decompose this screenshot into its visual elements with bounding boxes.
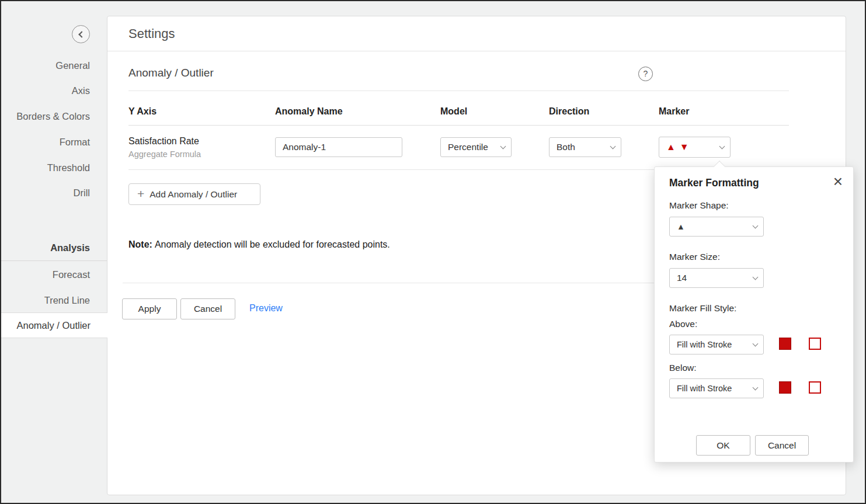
sidebar-section-analysis: Analysis [50,241,90,255]
marker-select[interactable]: ▲ ▼ [659,137,731,158]
chevron-down-icon [753,223,759,228]
chevron-down-icon [500,143,506,149]
model-select[interactable]: Percentile [440,137,512,157]
anomaly-name-input[interactable] [275,137,402,157]
below-fill-color-swatch[interactable] [779,381,791,394]
add-anomaly-label: Add Anomaly / Outlier [149,189,237,200]
add-anomaly-button[interactable]: + Add Anomaly / Outlier [128,183,260,205]
help-icon[interactable]: ? [638,67,653,81]
chevron-down-icon [753,384,759,390]
y-axis-value: Satisfaction Rate [128,136,199,147]
above-label: Above: [669,319,697,329]
popover-title: Marker Formatting [669,177,759,189]
back-button[interactable] [72,25,90,43]
sidebar-item-anomaly-outlier[interactable]: Anomaly / Outlier [1,312,107,338]
sidebar-divider [1,260,107,261]
preview-link[interactable]: Preview [249,303,283,314]
note-label: Note: [128,239,152,249]
chevron-left-icon [78,31,85,37]
fill-style-below-select[interactable]: Fill with Stroke [669,378,764,398]
marker-down-triangle-icon: ▼ [680,142,689,152]
settings-sidebar: General Axis Borders & Colors Format Thr… [1,1,107,503]
close-icon[interactable]: × [833,172,843,192]
below-label: Below: [669,363,697,373]
fill-style-above-select[interactable]: Fill with Stroke [669,335,764,354]
below-stroke-color-swatch[interactable] [809,381,821,394]
marker-shape-select[interactable]: ▲ [669,217,764,237]
direction-select-value: Both [557,142,575,152]
popover-cancel-button[interactable]: Cancel [755,435,809,456]
panel-header: Settings [107,16,846,51]
chevron-down-icon [610,143,616,149]
sidebar-item-threshold[interactable]: Threshold [47,161,90,175]
note-text: Note:Anomaly detection will be excluded … [128,239,390,250]
column-header-marker: Marker [659,106,689,117]
sidebar-item-forecast[interactable]: Forecast [53,267,90,281]
marker-fill-style-label: Marker Fill Style: [669,303,736,314]
sidebar-item-borders-colors[interactable]: Borders & Colors [16,109,90,123]
chevron-down-icon [753,274,759,280]
divider [128,91,789,91]
sidebar-item-format[interactable]: Format [60,135,90,149]
sidebar-item-general[interactable]: General [55,58,90,72]
chevron-down-icon [753,340,759,346]
column-header-anomaly-name: Anomaly Name [275,106,343,117]
settings-screen: General Axis Borders & Colors Format Thr… [0,0,866,504]
above-stroke-color-swatch[interactable] [809,338,821,350]
marker-up-triangle-icon: ▲ [666,142,676,152]
y-axis-subtitle: Aggregate Formula [128,150,201,159]
shape-triangle-icon: ▲ [677,223,685,231]
plus-icon: + [137,187,144,200]
marker-shape-label: Marker Shape: [669,200,729,211]
cancel-button[interactable]: Cancel [180,298,235,319]
marker-select-value: ▲ ▼ [666,142,689,152]
sidebar-item-drill[interactable]: Drill [74,186,90,200]
note-body: Anomaly detection will be excluded for f… [155,239,390,249]
marker-formatting-popover: Marker Formatting × Marker Shape: ▲ Mark… [654,166,854,463]
model-select-value: Percentile [448,142,488,152]
popover-ok-button[interactable]: OK [696,435,750,456]
page-title: Settings [128,26,175,41]
chevron-down-icon [719,143,725,149]
column-header-model: Model [440,106,467,117]
divider [128,125,789,126]
section-title: Anomaly / Outlier [128,67,214,79]
sidebar-item-label: Anomaly / Outlier [16,320,91,331]
sidebar-item-axis[interactable]: Axis [72,84,90,98]
direction-select[interactable]: Both [549,137,621,157]
fill-style-below-value: Fill with Stroke [677,384,732,393]
marker-size-select[interactable]: 14 [669,268,764,288]
above-fill-color-swatch[interactable] [779,338,791,350]
fill-style-above-value: Fill with Stroke [677,340,732,349]
marker-size-label: Marker Size: [669,252,720,262]
column-header-direction: Direction [549,106,589,117]
sidebar-item-trend-line[interactable]: Trend Line [44,293,90,307]
column-header-y-axis: Y Axis [128,106,156,117]
apply-button[interactable]: Apply [122,298,177,319]
marker-size-value: 14 [677,273,687,283]
